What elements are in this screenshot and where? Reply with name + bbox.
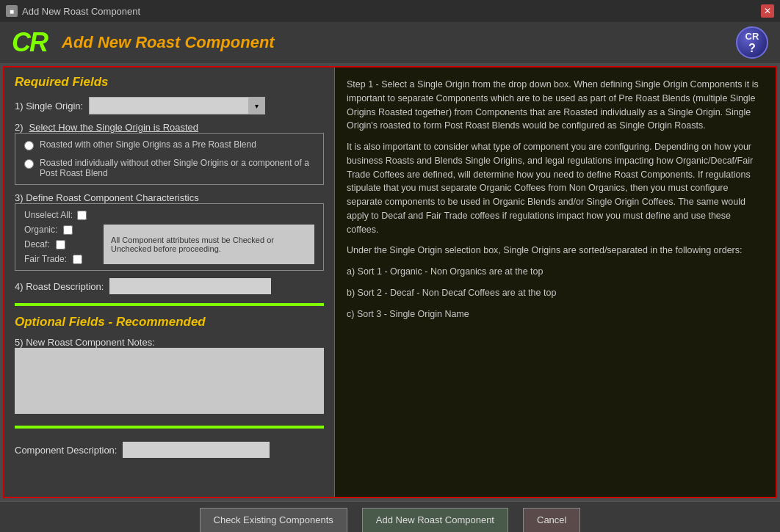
radio-row-1: Roasted with other Single Origins as a P… — [24, 139, 314, 150]
fair-trade-row: Fair Trade: — [24, 254, 98, 264]
single-origin-dropdown[interactable]: ▾ — [89, 97, 265, 114]
left-panel: Required Fields 1) Single Origin: ▾ 2) S… — [4, 68, 335, 497]
comp-desc-input[interactable] — [123, 442, 270, 458]
decaf-row: Decaf: — [24, 239, 98, 249]
decaf-checkbox[interactable] — [56, 240, 65, 249]
radio-pre-roast-blend[interactable] — [24, 141, 34, 150]
radio-row-2: Roasted individually without other Singl… — [24, 158, 314, 178]
roast-description-row: 4) Roast Description: — [15, 278, 324, 294]
right-p3: Under the Single Origin selection box, S… — [347, 244, 764, 258]
green-divider-2 — [15, 426, 324, 429]
unselect-all-checkbox[interactable] — [77, 211, 87, 220]
comp-desc-label: Component Description: — [15, 445, 117, 456]
radio-pre-roast-label: Roasted with other Single Origins as a P… — [40, 139, 256, 150]
main-content: Required Fields 1) Single Origin: ▾ 2) S… — [3, 66, 777, 498]
cancel-button[interactable]: Cancel — [523, 508, 580, 533]
right-sort-a: a) Sort 1 - Organic - Non Organics are a… — [347, 265, 764, 279]
header: CR Add New Roast Component CR ? — [0, 22, 780, 63]
chars-inner: Organic: Decaf: Fair Trade: — [24, 225, 314, 264]
fair-trade-label: Fair Trade: — [24, 254, 67, 264]
help-cr-text: CR — [745, 31, 759, 42]
notes-section: 5) New Roast Component Notes: — [15, 337, 324, 417]
title-bar: ■ Add New Roast Component ✕ — [0, 0, 780, 22]
organic-checkbox[interactable] — [63, 225, 73, 235]
window-title: Add New Roast Component — [22, 6, 140, 17]
add-new-roast-button[interactable]: Add New Roast Component — [362, 508, 508, 533]
right-p2: It is also important to consider what ty… — [347, 140, 764, 236]
check-existing-button[interactable]: Check Existing Components — [200, 508, 347, 533]
single-origin-input[interactable] — [90, 101, 248, 111]
single-origin-label: 1) Single Origin: — [15, 101, 83, 112]
right-sort-c: c) Sort 3 - Single Origin Name — [347, 307, 764, 321]
optional-fields-header: Optional Fields - Recommended — [15, 315, 324, 329]
characteristics-box: Unselect All: Organic: Decaf: — [15, 203, 324, 271]
component-description-row: Component Description: — [15, 442, 324, 458]
close-button[interactable]: ✕ — [761, 4, 774, 18]
field2-number: 2) — [15, 122, 24, 133]
help-button[interactable]: CR ? — [736, 26, 768, 59]
right-panel: Step 1 - Select a Single Origin from the… — [335, 68, 776, 497]
roast-desc-label: 4) Roast Description: — [15, 281, 104, 292]
select-how-label: Select How the Single Origin is Roasted — [29, 122, 199, 133]
chars-message-text: All Component attributes must be Checked… — [111, 236, 307, 253]
chars-message: All Component attributes must be Checked… — [104, 225, 314, 264]
single-origin-arrow[interactable]: ▾ — [248, 98, 264, 114]
right-sort-b: b) Sort 2 - Decaf - Non Decaf Coffees ar… — [347, 286, 764, 300]
fair-trade-checkbox[interactable] — [73, 255, 82, 264]
bottom-bar: Check Existing Components Add New Roast … — [0, 501, 780, 532]
chars-labels: Organic: Decaf: Fair Trade: — [24, 225, 98, 264]
unselect-label: Unselect All: — [24, 210, 73, 220]
right-p1: Step 1 - Select a Single Origin from the… — [347, 78, 764, 133]
help-q-text: ? — [748, 42, 756, 55]
logo: CR — [12, 27, 47, 58]
define-characteristics-label: 3) Define Roast Component Characteristic… — [15, 192, 199, 203]
required-fields-header: Required Fields — [15, 75, 324, 90]
notes-textarea[interactable] — [15, 348, 324, 414]
radio-post-roast-label: Roasted individually without other Singl… — [40, 158, 314, 178]
decaf-label: Decaf: — [24, 239, 50, 249]
title-bar-left: ■ Add New Roast Component — [6, 5, 140, 17]
app-icon: ■ — [6, 5, 18, 17]
radio-post-roast-blend[interactable] — [24, 159, 34, 169]
define-characteristics-section: 3) Define Roast Component Characteristic… — [15, 192, 324, 271]
organic-row: Organic: — [24, 225, 98, 235]
roast-description-input[interactable] — [109, 278, 271, 294]
single-origin-row: 1) Single Origin: ▾ — [15, 97, 324, 114]
unselect-row: Unselect All: — [24, 210, 314, 220]
organic-label: Organic: — [24, 225, 57, 235]
roast-type-radio-group: Roasted with other Single Origins as a P… — [15, 133, 324, 185]
select-how-row: 2) Select How the Single Origin is Roast… — [15, 122, 324, 185]
header-title: Add New Roast Component — [62, 33, 275, 52]
notes-label: 5) New Roast Component Notes: — [15, 337, 324, 348]
green-divider-1 — [15, 303, 324, 306]
